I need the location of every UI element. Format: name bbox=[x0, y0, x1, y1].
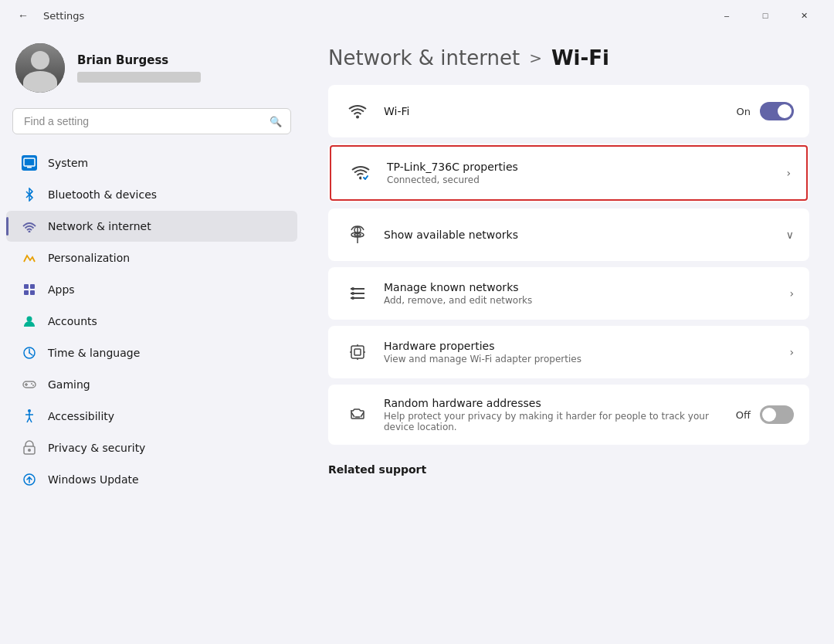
wifi-toggle-title: Wi-Fi bbox=[384, 105, 737, 117]
svg-rect-8 bbox=[30, 290, 35, 295]
svg-point-16 bbox=[31, 383, 32, 385]
manage-networks-subtitle: Add, remove, and edit networks bbox=[384, 295, 789, 306]
svg-line-12 bbox=[29, 353, 32, 355]
random-hardware-right: Off bbox=[736, 405, 794, 424]
hardware-properties-card: Hardware properties View and manage Wi-F… bbox=[328, 326, 809, 378]
available-networks-card: Show available networks ∨ bbox=[328, 208, 809, 261]
user-profile[interactable]: Brian Burgess bbox=[0, 31, 303, 108]
tp-link-chevron-icon: › bbox=[786, 167, 791, 179]
title-bar-left: ← Settings bbox=[12, 5, 709, 26]
update-icon bbox=[22, 472, 37, 487]
sidebar: Brian Burgess 🔍 System Bluetooth & devic… bbox=[0, 31, 303, 644]
tp-link-row[interactable]: TP-Link_736C properties Connected, secur… bbox=[330, 145, 808, 201]
breadcrumb-separator: > bbox=[529, 49, 542, 67]
sidebar-item-label-time: Time & language bbox=[48, 347, 140, 359]
breadcrumb-current: Wi-Fi bbox=[551, 46, 609, 69]
available-networks-expand-icon: ∨ bbox=[786, 229, 794, 241]
minimize-button[interactable]: – bbox=[709, 3, 744, 28]
svg-rect-1 bbox=[27, 167, 32, 168]
nav-list: System Bluetooth & devices Networ bbox=[0, 147, 303, 644]
sidebar-item-gaming[interactable]: Gaming bbox=[6, 369, 297, 400]
available-networks-icon bbox=[344, 221, 371, 249]
svg-point-17 bbox=[32, 385, 34, 386]
breadcrumb-parent: Network & internet bbox=[328, 46, 520, 69]
wifi-toggle-content: Wi-Fi bbox=[384, 105, 737, 117]
hardware-properties-chevron-icon: › bbox=[789, 346, 794, 358]
sidebar-item-bluetooth[interactable]: Bluetooth & devices bbox=[6, 179, 297, 210]
svg-rect-5 bbox=[24, 284, 29, 289]
search-icon: 🔍 bbox=[270, 116, 282, 127]
hardware-properties-content: Hardware properties View and manage Wi-F… bbox=[384, 340, 789, 364]
user-info: Brian Burgess bbox=[77, 53, 288, 83]
sidebar-item-update[interactable]: Windows Update bbox=[6, 464, 297, 495]
maximize-button[interactable]: □ bbox=[748, 3, 783, 28]
close-button[interactable]: ✕ bbox=[786, 3, 822, 28]
sidebar-item-accounts[interactable]: Accounts bbox=[6, 306, 297, 337]
sidebar-item-system[interactable]: System bbox=[6, 147, 297, 178]
sidebar-item-time[interactable]: Time & language bbox=[6, 337, 297, 368]
manage-networks-row[interactable]: Manage known networks Add, remove, and e… bbox=[328, 267, 809, 320]
hardware-properties-row[interactable]: Hardware properties View and manage Wi-F… bbox=[328, 326, 809, 378]
sidebar-item-network[interactable]: Network & internet bbox=[6, 211, 297, 242]
available-networks-title: Show available networks bbox=[384, 229, 786, 241]
sidebar-item-label-update: Windows Update bbox=[48, 473, 139, 486]
tp-link-content: TP-Link_736C properties Connected, secur… bbox=[387, 161, 786, 185]
privacy-icon bbox=[22, 440, 37, 456]
tp-link-subtitle: Connected, secured bbox=[387, 175, 786, 185]
personalization-icon bbox=[22, 250, 37, 266]
title-bar-title: Settings bbox=[43, 10, 84, 22]
svg-point-24 bbox=[28, 449, 31, 452]
svg-point-37 bbox=[351, 287, 354, 290]
random-hardware-toggle-switch[interactable] bbox=[760, 405, 794, 424]
tp-link-card: TP-Link_736C properties Connected, secur… bbox=[328, 144, 809, 202]
tp-link-right: › bbox=[786, 167, 791, 179]
user-email bbox=[77, 72, 201, 83]
back-button[interactable]: ← bbox=[12, 5, 34, 26]
manage-networks-title: Manage known networks bbox=[384, 281, 789, 293]
wifi-toggle-card: Wi-Fi On bbox=[328, 85, 809, 137]
manage-networks-icon bbox=[344, 280, 371, 307]
wifi-toggle-row[interactable]: Wi-Fi On bbox=[328, 85, 809, 137]
gaming-icon bbox=[22, 377, 37, 392]
hardware-properties-right: › bbox=[789, 346, 794, 358]
sidebar-item-personalization[interactable]: Personalization bbox=[6, 242, 297, 273]
svg-rect-7 bbox=[24, 290, 29, 295]
wifi-toggle-switch[interactable] bbox=[760, 102, 794, 120]
random-hardware-toggle-label: Off bbox=[736, 409, 751, 421]
svg-rect-0 bbox=[24, 158, 35, 166]
wifi-toggle-right: On bbox=[737, 102, 794, 120]
svg-point-27 bbox=[356, 116, 359, 119]
sidebar-item-accessibility[interactable]: Accessibility bbox=[6, 401, 297, 432]
sidebar-item-apps[interactable]: Apps bbox=[6, 274, 297, 305]
svg-rect-41 bbox=[354, 349, 361, 355]
svg-point-29 bbox=[361, 174, 369, 181]
svg-point-9 bbox=[27, 317, 32, 322]
title-bar: ← Settings – □ ✕ bbox=[0, 0, 834, 31]
random-hardware-title: Random hardware addresses bbox=[384, 397, 736, 409]
sidebar-item-label-system: System bbox=[48, 157, 88, 169]
breadcrumb: Network & internet > Wi-Fi bbox=[328, 46, 809, 69]
available-networks-row[interactable]: Show available networks ∨ bbox=[328, 208, 809, 261]
svg-line-21 bbox=[27, 418, 29, 422]
sidebar-item-label-apps: Apps bbox=[48, 283, 75, 296]
manage-networks-content: Manage known networks Add, remove, and e… bbox=[384, 281, 789, 306]
sidebar-item-label-privacy: Privacy & security bbox=[48, 442, 145, 454]
random-hardware-content: Random hardware addresses Help protect y… bbox=[384, 397, 736, 432]
avatar bbox=[15, 43, 65, 93]
random-hardware-row[interactable]: Random hardware addresses Help protect y… bbox=[328, 385, 809, 445]
network-icon bbox=[22, 219, 37, 234]
wifi-toggle-thumb bbox=[778, 104, 792, 118]
sidebar-item-privacy[interactable]: Privacy & security bbox=[6, 432, 297, 463]
content-area: Network & internet > Wi-Fi Wi-Fi bbox=[303, 31, 834, 644]
sidebar-item-label-personalization: Personalization bbox=[48, 252, 130, 264]
sidebar-item-label-accounts: Accounts bbox=[48, 315, 97, 327]
svg-point-38 bbox=[351, 292, 354, 295]
search-input[interactable] bbox=[12, 108, 291, 134]
bluetooth-icon bbox=[22, 187, 37, 202]
svg-point-39 bbox=[351, 297, 354, 300]
manage-networks-card: Manage known networks Add, remove, and e… bbox=[328, 267, 809, 320]
sidebar-item-label-accessibility: Accessibility bbox=[48, 410, 114, 422]
svg-point-18 bbox=[28, 409, 31, 412]
apps-icon bbox=[22, 282, 37, 297]
avatar-image bbox=[15, 43, 65, 93]
